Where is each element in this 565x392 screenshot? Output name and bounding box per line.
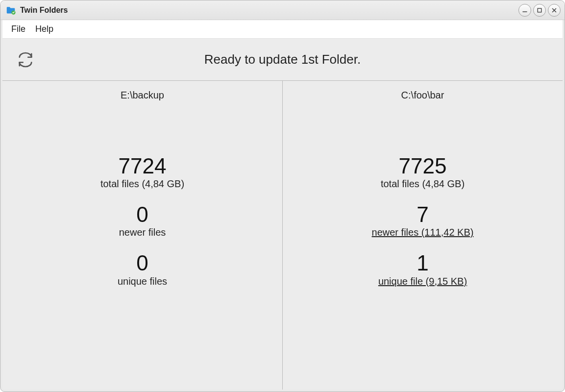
- svg-rect-2: [538, 8, 541, 12]
- menu-file[interactable]: File: [6, 22, 30, 36]
- left-total-block: 7724 total files (4,84 GB): [100, 155, 184, 190]
- left-newer-label: newer files: [119, 227, 166, 238]
- panes-container: E:\backup 7724 total files (4,84 GB) 0 n…: [2, 81, 563, 390]
- left-unique-count: 0: [118, 252, 167, 274]
- sync-icon[interactable]: [15, 49, 36, 70]
- right-total-block: 7725 total files (4,84 GB): [381, 155, 465, 190]
- right-unique-link[interactable]: unique file (9,15 KB): [378, 276, 467, 287]
- right-total-count: 7725: [381, 155, 465, 177]
- right-folder-path: C:\foo\bar: [401, 90, 444, 101]
- pane-left: E:\backup 7724 total files (4,84 GB) 0 n…: [2, 81, 283, 390]
- left-folder-path: E:\backup: [121, 90, 164, 101]
- left-total-label: total files (4,84 GB): [100, 178, 184, 190]
- status-row: Ready to update 1st Folder.: [2, 39, 563, 81]
- left-unique-block: 0 unique files: [118, 252, 167, 287]
- right-unique-count: 1: [378, 252, 467, 274]
- window-controls: [518, 4, 561, 17]
- minimize-button[interactable]: [518, 4, 531, 17]
- left-unique-label: unique files: [118, 276, 167, 287]
- status-message: Ready to update 1st Folder.: [36, 52, 529, 67]
- left-newer-block: 0 newer files: [119, 203, 166, 238]
- right-newer-block: 7 newer files (111,42 KB): [372, 203, 474, 238]
- left-total-count: 7724: [100, 155, 184, 177]
- content-area: Ready to update 1st Folder. E:\backup 77…: [2, 39, 563, 390]
- right-newer-link[interactable]: newer files (111,42 KB): [372, 227, 474, 238]
- pane-right: C:\foo\bar 7725 total files (4,84 GB) 7 …: [283, 81, 563, 390]
- close-button[interactable]: [548, 4, 561, 17]
- maximize-button[interactable]: [533, 4, 546, 17]
- app-window: Twin Folders File Help: [0, 0, 565, 392]
- right-total-label: total files (4,84 GB): [381, 178, 465, 190]
- menubar: File Help: [2, 20, 563, 39]
- menu-help[interactable]: Help: [30, 22, 58, 36]
- titlebar: Twin Folders: [0, 0, 565, 20]
- app-title: Twin Folders: [20, 6, 68, 15]
- app-icon: [5, 5, 16, 16]
- left-newer-count: 0: [119, 203, 166, 226]
- right-unique-block: 1 unique file (9,15 KB): [378, 252, 467, 287]
- right-newer-count: 7: [372, 203, 474, 226]
